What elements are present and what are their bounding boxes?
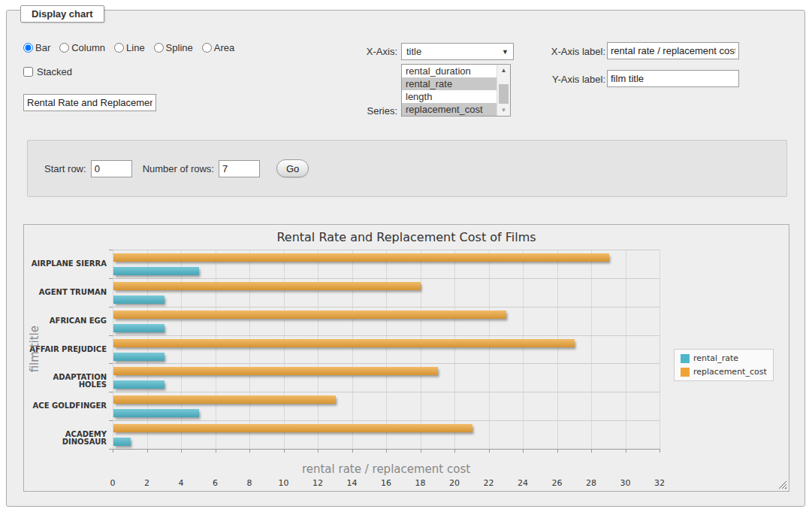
go-button[interactable]: Go: [276, 159, 309, 177]
x-tick-label: 22: [474, 478, 504, 488]
bar-rental_rate[interactable]: [113, 295, 165, 304]
resize-handle-icon[interactable]: [778, 480, 786, 489]
num-rows-input[interactable]: [219, 160, 260, 177]
legend-item-replacement_cost[interactable]: replacement_cost: [681, 367, 767, 377]
x-tick-mark: [660, 449, 660, 453]
series-option-rental_rate[interactable]: rental_rate: [402, 77, 499, 90]
grid-line: [591, 250, 592, 449]
chart-type-radio-bar[interactable]: [23, 43, 33, 53]
y-axis-title: film title: [28, 326, 41, 372]
x-tick-label: 18: [406, 478, 436, 488]
stacked-checkbox[interactable]: [23, 67, 33, 77]
grid-line: [557, 250, 558, 449]
grid-line: [626, 250, 626, 449]
chart-type-label: Spline: [166, 42, 193, 53]
chart-type-label: Column: [71, 42, 105, 53]
series-select-label: Series:: [337, 105, 397, 117]
x-tick-label: 30: [611, 478, 641, 488]
grid-line: [489, 250, 490, 449]
series-option-length[interactable]: length: [402, 90, 499, 103]
chart-type-radio-spline[interactable]: [154, 43, 164, 53]
y-tick-mark: [109, 363, 113, 364]
legend-item-rental_rate[interactable]: rental_rate: [681, 353, 767, 363]
band-line: [113, 392, 660, 392]
scroll-up-icon[interactable]: ▲: [497, 65, 510, 76]
start-row-input[interactable]: [91, 160, 132, 177]
scroll-down-icon[interactable]: ▼: [497, 105, 510, 116]
grid-line: [386, 250, 387, 449]
series-options: rental_durationrental_ratelengthreplacem…: [402, 65, 510, 116]
x-axis-select[interactable]: title ▼: [401, 43, 514, 60]
series-option-rental_duration[interactable]: rental_duration: [402, 65, 499, 77]
x-axis-label-input[interactable]: [607, 42, 739, 59]
x-tick-label: 32: [644, 478, 675, 488]
bar-rental_rate[interactable]: [113, 438, 131, 446]
chart-type-radios: BarColumnLineSplineArea: [23, 42, 240, 53]
y-tick-mark: [109, 250, 113, 250]
chart-plot-area: 02468101214161820222426283032AIRPLANE SI…: [113, 250, 660, 449]
x-tick-label: 24: [508, 478, 538, 488]
bar-rental_rate[interactable]: [113, 267, 199, 275]
grid-line: [454, 250, 455, 449]
chart-type-option-bar: Bar: [23, 42, 50, 53]
x-axis-label-label: X-Axis label:: [533, 46, 605, 57]
grid-line: [113, 250, 113, 449]
x-tick-label: 0: [98, 478, 128, 488]
band-line: [113, 420, 660, 421]
bar-replacement_cost[interactable]: [113, 339, 575, 347]
x-axis-line: [113, 449, 660, 450]
x-tick-label: 28: [576, 478, 606, 488]
scrollbar-thumb[interactable]: [499, 84, 509, 104]
stacked-label: Stacked: [37, 66, 72, 77]
grid-line: [284, 250, 285, 449]
bar-replacement_cost[interactable]: [113, 367, 438, 375]
grid-line: [421, 250, 421, 449]
stacked-row: Stacked: [23, 66, 72, 77]
chart-type-radio-line[interactable]: [114, 43, 124, 53]
series-scrollbar[interactable]: ▲ ▼: [497, 65, 510, 116]
x-tick-label: 4: [166, 478, 196, 488]
bar-replacement_cost[interactable]: [113, 282, 421, 290]
chart-type-radio-column[interactable]: [59, 43, 69, 53]
x-tick-label: 12: [303, 478, 333, 488]
start-row-label: Start row:: [44, 163, 86, 174]
grid-line: [181, 250, 182, 449]
chart-title-input[interactable]: [23, 94, 156, 111]
y-axis-label-input[interactable]: [607, 70, 739, 87]
series-option-replacement_cost[interactable]: replacement_cost: [402, 103, 499, 116]
bar-rental_rate[interactable]: [113, 353, 165, 361]
bar-replacement_cost[interactable]: [113, 424, 472, 432]
chart-type-option-spline: Spline: [154, 42, 193, 53]
bar-rental_rate[interactable]: [113, 380, 165, 389]
band-line: [113, 250, 660, 250]
x-tick-label: 14: [337, 478, 367, 488]
x-axis-title: rental rate / replacement cost: [113, 462, 660, 476]
bar-replacement_cost[interactable]: [113, 253, 609, 262]
series-listbox[interactable]: rental_durationrental_ratelengthreplacem…: [401, 64, 511, 117]
y-axis-label-label: Y-Axis label:: [533, 74, 605, 85]
page: Display chart BarColumnLineSplineArea St…: [0, 0, 812, 512]
num-rows-label: Number of rows:: [143, 163, 214, 174]
x-tick-label: 10: [269, 478, 299, 488]
y-tick-mark: [109, 335, 113, 336]
bar-replacement_cost[interactable]: [113, 395, 336, 404]
chart-container: Rental Rate and Replacement Cost of Film…: [23, 224, 789, 492]
bar-rental_rate[interactable]: [113, 324, 165, 332]
legend-label: replacement_cost: [693, 367, 767, 377]
chart-title: Rental Rate and Replacement Cost of Film…: [24, 230, 789, 244]
x-tick-label: 6: [201, 478, 231, 488]
grid-line: [352, 250, 353, 449]
x-tick-label: 16: [371, 478, 401, 488]
y-axis-title-wrap: film title: [27, 250, 42, 449]
chart-type-option-line: Line: [114, 42, 145, 53]
grid-line: [318, 250, 318, 449]
chart-type-radio-area[interactable]: [202, 43, 212, 53]
bar-replacement_cost[interactable]: [113, 311, 506, 319]
x-tick-label: 20: [439, 478, 469, 488]
y-tick-mark: [109, 278, 113, 279]
bar-rental_rate[interactable]: [113, 409, 199, 417]
y-tick-mark: [109, 307, 113, 308]
chart-type-label: Area: [214, 42, 234, 53]
grid-line: [147, 250, 148, 449]
x-tick-label: 2: [132, 478, 162, 488]
